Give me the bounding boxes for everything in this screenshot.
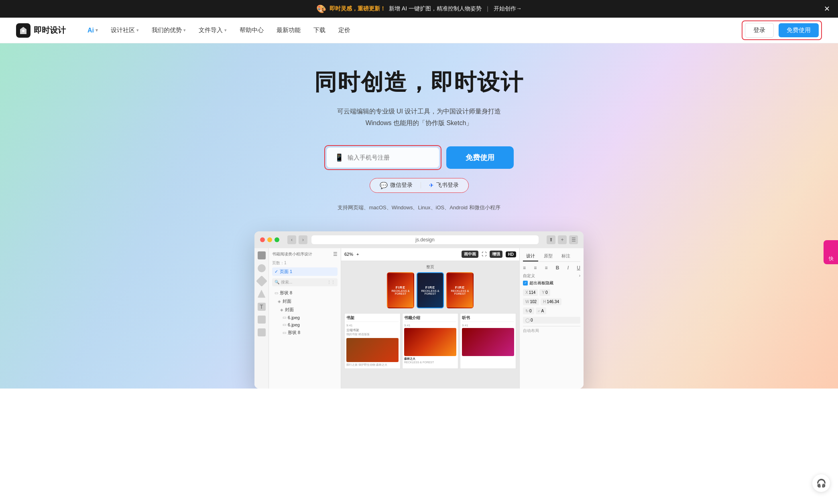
- font-align-left[interactable]: ≡: [523, 265, 526, 271]
- prop-opacity[interactable]: ◯ 0: [523, 317, 580, 324]
- nav-item-features[interactable]: 最新功能: [271, 23, 306, 37]
- prop-y[interactable]: Y 0: [539, 289, 550, 296]
- window-nav: ‹ ›: [287, 235, 307, 244]
- nav-item-import[interactable]: 文件导入 ▾: [193, 23, 232, 37]
- canvas-content: 整页 FIRE RECKLESS & FOREST FIRE: [341, 261, 519, 389]
- window-close-dot[interactable]: [260, 237, 265, 242]
- badge-hd[interactable]: HD: [506, 251, 516, 257]
- layer-jpeg2[interactable]: ▭ 6.jpeg: [272, 321, 338, 328]
- search-icon: 🔍: [275, 280, 279, 284]
- font-align-center[interactable]: ≡: [534, 265, 537, 271]
- feishu-login-button[interactable]: ✈ 飞书登录: [429, 182, 459, 189]
- opacity-icon: ◯: [525, 318, 530, 322]
- checkbox-icon: ✓: [523, 281, 528, 285]
- nav-item-download[interactable]: 下载: [308, 23, 331, 37]
- book-card-1[interactable]: FIRE RECKLESS & FOREST: [387, 272, 414, 308]
- nav-item-pricing[interactable]: 定价: [333, 23, 356, 37]
- layer-shape8b[interactable]: ▭ 形状 8: [272, 328, 338, 337]
- hero-content: 同时创造，即时设计 可云端编辑的专业级 UI 设计工具，为中国设计师量身打造 W…: [314, 67, 524, 227]
- tool-pen[interactable]: [256, 275, 267, 286]
- app-canvas[interactable]: 62% + 画中画 ⛶ 增强 HD 整页 FIRE: [341, 248, 519, 389]
- sidebar-button[interactable]: ☰: [569, 235, 578, 244]
- font-italic[interactable]: I: [567, 265, 569, 271]
- app-sidebar-left: T: [254, 248, 269, 389]
- forward-button[interactable]: ›: [299, 235, 307, 244]
- detail-book-title: 森林之火: [404, 357, 456, 361]
- nav-item-community[interactable]: 设计社区 ▾: [105, 23, 144, 37]
- page-item-1[interactable]: ✓ 页面 1: [272, 267, 338, 276]
- tool-shape[interactable]: [258, 290, 266, 298]
- free-use-button[interactable]: 免费使用: [779, 23, 819, 37]
- layer-icon: ▭: [283, 315, 286, 320]
- share-button[interactable]: ⬆: [547, 235, 555, 244]
- badge-enhance[interactable]: 增强: [490, 251, 502, 258]
- wechat-icon: 💬: [380, 182, 388, 189]
- prop-w[interactable]: W 102: [523, 298, 539, 305]
- layer-cover2[interactable]: ◈ 封面: [272, 306, 338, 314]
- nav-item-help[interactable]: 帮助中心: [234, 23, 269, 37]
- nav-item-advantages[interactable]: 我们的优势 ▾: [146, 23, 191, 37]
- book-card-3[interactable]: FIRE RECKLESS & FOREST: [446, 272, 474, 308]
- y-value: 0: [545, 290, 548, 295]
- prop-corner[interactable]: ⌐ A: [536, 308, 547, 314]
- book-card-3-inner: FIRE RECKLESS & FOREST: [447, 273, 473, 308]
- layer-cover1[interactable]: ◈ 封面: [272, 297, 338, 306]
- phone-input[interactable]: [348, 154, 431, 161]
- nav-pricing-label: 定价: [338, 26, 350, 34]
- prop-rotation[interactable]: ↻ 0: [523, 308, 534, 314]
- book-cards-row: FIRE RECKLESS & FOREST FIRE RECKLESS & F…: [387, 272, 474, 308]
- banner-link[interactable]: 开始创作→: [494, 5, 522, 12]
- overflow-hidden-checkbox[interactable]: ✓ 超出画板隐藏: [523, 280, 580, 286]
- rotation-icon: ↻: [525, 309, 529, 313]
- nav-advantages-label: 我们的优势: [152, 26, 182, 34]
- hero-title: 同时创造，即时设计: [314, 67, 524, 98]
- window-bar: ‹ › js.design ⬆ + ☰: [254, 231, 584, 248]
- window-minimize-dot[interactable]: [267, 237, 272, 242]
- layer-search[interactable]: 🔍 搜索... ⋮⋮: [272, 278, 338, 286]
- prop-x[interactable]: X 114: [523, 289, 538, 296]
- window-maximize-dot[interactable]: [275, 237, 279, 242]
- panel-toggle-icon[interactable]: ☰: [333, 251, 338, 257]
- logo[interactable]: 即时设计: [16, 23, 66, 38]
- audio-thumbnail: [462, 328, 514, 356]
- tab-design[interactable]: 设计: [523, 251, 538, 261]
- tool-component[interactable]: [258, 328, 266, 336]
- login-button[interactable]: 登录: [745, 23, 774, 38]
- prop-h[interactable]: H 146.34: [541, 298, 561, 305]
- font-bold[interactable]: B: [556, 265, 559, 271]
- auto-layout-label: 自动布局: [523, 328, 539, 333]
- feishu-login-label: 飞书登录: [436, 182, 459, 189]
- wechat-login-label: 微信登录: [390, 182, 413, 189]
- tool-image[interactable]: [258, 316, 266, 324]
- tool-move[interactable]: [258, 251, 266, 259]
- tool-frame[interactable]: [258, 264, 266, 272]
- banner-close-button[interactable]: ✕: [824, 4, 830, 13]
- section-custom-label: 自定义: [523, 273, 535, 279]
- add-tab-button[interactable]: +: [558, 235, 567, 244]
- badge-pic-in-pic[interactable]: 画中画: [462, 251, 478, 258]
- corner-icon: ⌐: [538, 309, 541, 313]
- nav-item-ai[interactable]: Ai ▾: [82, 24, 104, 37]
- book-card-2[interactable]: FIRE RECKLESS & FOREST: [417, 272, 444, 308]
- back-button[interactable]: ‹: [287, 235, 296, 244]
- tab-prototype[interactable]: 原型: [541, 251, 556, 261]
- hero-free-button[interactable]: 免费使用: [446, 146, 514, 169]
- phone-input-container[interactable]: 📱: [327, 148, 439, 168]
- font-underline[interactable]: U: [577, 265, 580, 271]
- font-align-right[interactable]: ≡: [545, 265, 548, 271]
- platform-support: 支持网页端、macOS、Windows、Linux、iOS、Android 和微…: [314, 204, 524, 211]
- address-bar[interactable]: js.design: [311, 235, 539, 244]
- tab-annotation[interactable]: 标注: [558, 251, 574, 261]
- tool-text[interactable]: T: [258, 303, 266, 311]
- side-float-button[interactable]: 快: [824, 240, 838, 264]
- navbar: 即时设计 Ai ▾ 设计社区 ▾ 我们的优势 ▾ 文件导入 ▾ 帮助中心 最新功…: [0, 18, 838, 43]
- window-dots: [260, 237, 279, 242]
- wechat-login-button[interactable]: 💬 微信登录: [380, 182, 413, 189]
- xy-props: X 114 Y 0: [523, 289, 580, 296]
- layer-cover1-label: 封面: [283, 298, 291, 304]
- h-label: H: [543, 300, 546, 304]
- app-preview: ‹ › js.design ⬆ + ☰ T: [254, 231, 584, 389]
- layer-shape8[interactable]: ▭ 形状 8: [272, 289, 338, 297]
- corner-value: A: [541, 309, 544, 313]
- layer-jpeg1[interactable]: ▭ 6.jpeg: [272, 314, 338, 321]
